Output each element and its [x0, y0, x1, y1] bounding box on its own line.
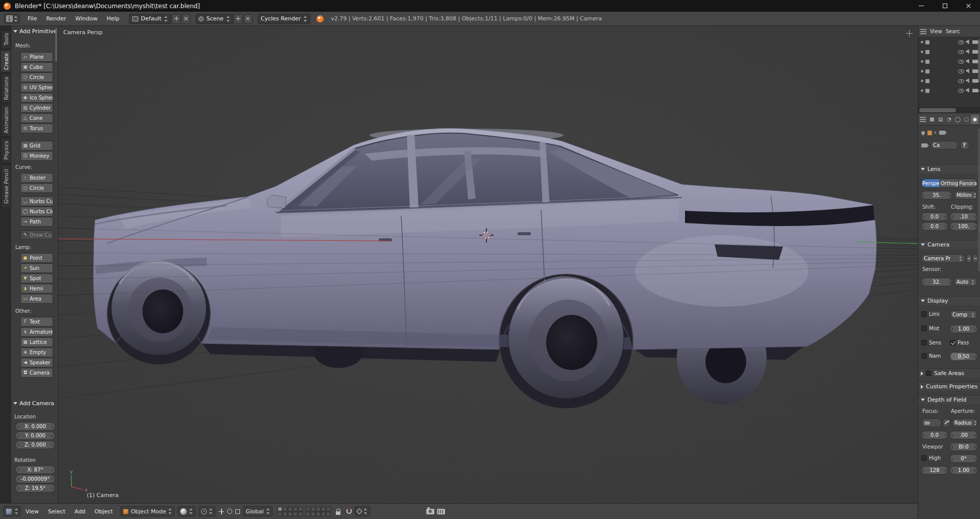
add-circle-curve-button[interactable]: ○Circle [20, 183, 53, 193]
camera-icon[interactable] [921, 143, 927, 147]
sensor-fit-dropdown[interactable]: Auto [954, 278, 977, 286]
add-speaker-button[interactable]: ◀Speaker [20, 358, 53, 367]
add-camera-panel-header[interactable]: Add Camera [13, 399, 56, 407]
manipulator-translate-icon[interactable] [218, 509, 224, 514]
manipulator-scale-icon[interactable] [235, 509, 240, 514]
add-cone-button[interactable]: △Cone [20, 113, 53, 123]
tab-tools[interactable]: Tools [1, 30, 11, 49]
layer-toggle[interactable] [326, 507, 331, 511]
shift-y-field[interactable]: 0.0 [921, 222, 948, 231]
camera-panel-header[interactable]: Camera [918, 240, 980, 249]
layer-toggle[interactable] [278, 512, 282, 516]
layer-toggle[interactable] [293, 507, 298, 511]
properties-vertical-scrollbar[interactable] [978, 129, 980, 271]
passepartout-alpha-slider[interactable]: 0.50 [950, 352, 977, 361]
pin-icon[interactable] [921, 131, 925, 135]
layer-toggle[interactable] [298, 507, 303, 511]
outliner-view-menu[interactable]: View [930, 29, 942, 34]
focal-unit-dropdown[interactable]: Millim [954, 191, 977, 200]
scene-selector[interactable]: Scene [195, 14, 233, 24]
location-x-field[interactable]: X: 0.000 [15, 422, 55, 431]
tab-create[interactable]: Create [1, 50, 11, 72]
layer-toggle[interactable] [306, 507, 310, 511]
tab-animation[interactable]: Animation [1, 104, 11, 137]
add-nurbs-curve-button[interactable]: ◡Nurbs Cu... [20, 196, 53, 206]
menu-select[interactable]: Select [43, 508, 70, 515]
aperture-type-dropdown[interactable]: Radius [952, 418, 977, 427]
clip-end-field[interactable]: 100. [950, 222, 977, 231]
add-empty-button[interactable]: ⊕Empty [20, 348, 53, 357]
limits-checkbox[interactable]: Limi [921, 311, 940, 317]
restrict-render-icon[interactable] [972, 79, 978, 83]
layer-toggle[interactable] [321, 512, 326, 516]
id-name-field[interactable]: Ca [930, 141, 958, 150]
snap-magnet-icon[interactable] [347, 509, 352, 514]
mist-checkbox[interactable]: Mist [921, 326, 940, 331]
restrict-view-icon[interactable] [958, 40, 964, 44]
layer-toggle[interactable] [306, 512, 310, 516]
display-panel-header[interactable]: Display [918, 296, 980, 305]
tab-relations[interactable]: Relations [1, 73, 11, 103]
add-circle-button[interactable]: ○Circle [20, 72, 53, 82]
tab-object[interactable]: ▢ [962, 115, 970, 124]
layer-toggle[interactable] [288, 507, 292, 511]
remove-preset-button[interactable] [972, 254, 978, 263]
disclosure-icon[interactable] [921, 51, 923, 53]
composition-guides-dropdown[interactable]: Comp [950, 310, 977, 319]
fake-user-button[interactable]: F [960, 141, 969, 150]
add-cube-button[interactable]: ▣Cube [20, 62, 53, 72]
viewport-3d[interactable]: y x Camera Persp (1) Camera [58, 26, 918, 503]
add-hemi-lamp-button[interactable]: ◗Hemi [20, 284, 53, 293]
disclosure-icon[interactable] [921, 60, 923, 63]
add-primitive-panel-header[interactable]: Add Primitive [13, 27, 56, 35]
eyedropper-button[interactable] [943, 418, 950, 427]
delete-layout-button[interactable] [181, 14, 190, 24]
restrict-view-icon[interactable] [958, 60, 964, 64]
dof-samples-field[interactable]: 128 [921, 466, 948, 475]
draw-curve-button[interactable]: ✎Draw Cu... [20, 230, 53, 240]
add-torus-button[interactable]: ◎Torus [20, 123, 53, 133]
snap-element-selector[interactable] [355, 506, 370, 516]
outliner-row[interactable] [918, 57, 980, 66]
properties-editor-icon[interactable] [920, 117, 926, 122]
rotation-y-field[interactable]: -0.000009° [15, 475, 55, 483]
orientation-selector[interactable]: Global [243, 506, 272, 516]
outliner-row[interactable] [918, 37, 980, 47]
aperture-size-field[interactable]: .00 [950, 431, 977, 439]
add-path-button[interactable]: →Path [20, 217, 53, 227]
add-layout-button[interactable] [172, 14, 181, 24]
add-preset-button[interactable] [966, 254, 972, 263]
restrict-select-icon[interactable] [966, 59, 971, 64]
restrict-select-icon[interactable] [966, 88, 971, 93]
add-grid-button[interactable]: ▦Grid [20, 141, 53, 151]
outliner-row[interactable] [918, 76, 980, 86]
add-nurbs-circle-button[interactable]: ◯Nurbs Cir... [20, 207, 53, 216]
lens-type-orthographic[interactable]: Orthog [940, 179, 959, 188]
tab-grease-pencil[interactable]: Grease Pencil [1, 164, 11, 208]
layer-toggle[interactable] [288, 512, 292, 516]
manipulator-rotate-icon[interactable] [227, 509, 232, 514]
menu-help[interactable]: Help [102, 15, 124, 22]
camera-presets-dropdown[interactable]: Camera Pr [921, 254, 965, 263]
add-scene-button[interactable] [234, 14, 243, 24]
clip-start-field[interactable]: .10 [950, 212, 977, 221]
aperture-ratio-field[interactable]: 1.00 [950, 466, 977, 475]
menu-render[interactable]: Render [41, 15, 70, 22]
focal-length-field[interactable]: 35. [921, 191, 952, 200]
outliner-search-menu[interactable]: Searc [946, 29, 960, 34]
close-button[interactable] [957, 0, 980, 12]
editor-type-selector[interactable] [4, 14, 20, 23]
outliner-row[interactable] [918, 86, 980, 95]
layer-toggle[interactable] [298, 512, 303, 516]
region-expand-icon[interactable] [906, 30, 913, 37]
dof-panel-header[interactable]: Depth of Field [918, 395, 980, 404]
tool-shelf-scrollbar[interactable] [55, 28, 57, 62]
add-text-button[interactable]: FText [20, 317, 53, 327]
menu-file[interactable]: File [23, 15, 41, 22]
menu-object[interactable]: Object [90, 508, 117, 515]
outliner-row[interactable] [918, 47, 980, 57]
restrict-view-icon[interactable] [958, 69, 964, 73]
tab-physics[interactable]: Physics [1, 138, 11, 163]
shading-selector[interactable] [178, 506, 195, 516]
sensor-width-field[interactable]: 32. [921, 278, 952, 286]
